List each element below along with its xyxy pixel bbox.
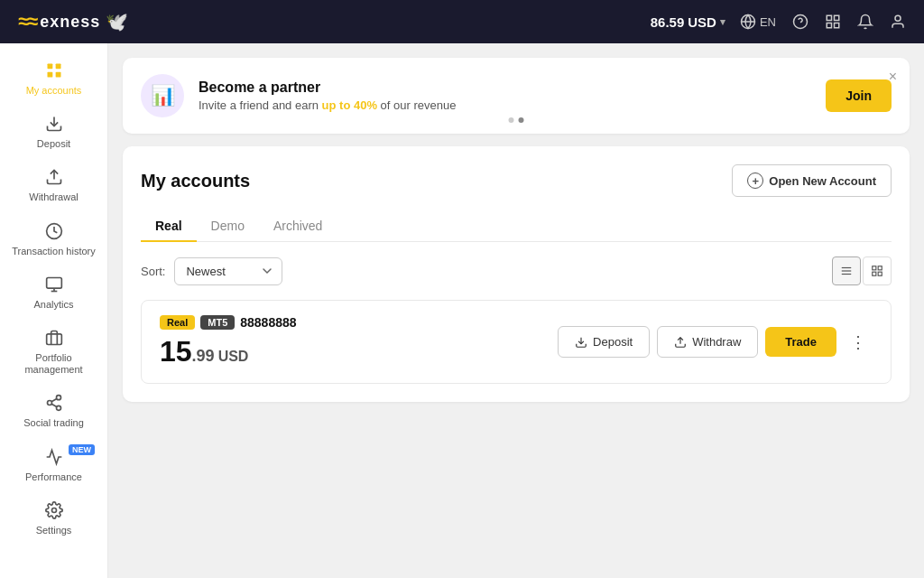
profile-button[interactable] bbox=[890, 14, 906, 30]
account-tags: Real MT5 88888888 bbox=[160, 315, 540, 330]
sidebar-label-analytics: Analytics bbox=[33, 299, 73, 311]
tab-demo[interactable]: Demo bbox=[197, 211, 259, 242]
svg-point-8 bbox=[895, 15, 901, 21]
grid-view-button[interactable] bbox=[863, 256, 892, 285]
svg-rect-19 bbox=[46, 334, 61, 345]
banner-subtitle-suffix: of our revenue bbox=[377, 98, 456, 112]
balance-amount: 86.59 bbox=[651, 14, 685, 30]
sidebar-item-analytics[interactable]: Analytics bbox=[0, 265, 107, 316]
sidebar-item-deposit[interactable]: Deposit bbox=[0, 104, 107, 155]
open-new-account-button[interactable]: + Open New Account bbox=[732, 164, 892, 197]
withdraw-icon bbox=[674, 336, 687, 349]
sidebar-label-transaction-history: Transaction history bbox=[12, 246, 96, 257]
banner-subtitle-prefix: Invite a friend and earn bbox=[199, 98, 322, 112]
svg-rect-6 bbox=[827, 23, 831, 28]
svg-rect-5 bbox=[835, 15, 839, 20]
svg-rect-10 bbox=[55, 64, 60, 70]
help-icon bbox=[792, 14, 808, 30]
logo-text: exness bbox=[40, 13, 100, 32]
sidebar-item-performance[interactable]: NEW Performance bbox=[0, 437, 107, 489]
clock-icon bbox=[43, 220, 65, 242]
sidebar-item-transaction-history[interactable]: Transaction history bbox=[0, 211, 107, 263]
sidebar-label-social-trading: Social trading bbox=[23, 417, 84, 429]
upload-icon bbox=[43, 166, 65, 188]
sidebar-label-my-accounts: My accounts bbox=[26, 85, 82, 97]
sidebar-label-settings: Settings bbox=[36, 525, 72, 536]
svg-rect-4 bbox=[827, 15, 831, 20]
balance-currency: USD bbox=[218, 349, 249, 365]
sidebar-item-my-accounts[interactable]: My accounts bbox=[0, 51, 107, 102]
banner-title: Become a partner bbox=[199, 79, 811, 96]
withdraw-label: Withdraw bbox=[692, 335, 741, 349]
sidebar-item-portfolio-management[interactable]: Portfolio management bbox=[0, 318, 107, 381]
svg-rect-16 bbox=[46, 277, 61, 288]
banner-dot-2[interactable] bbox=[519, 117, 524, 123]
account-number: 88888888 bbox=[240, 315, 296, 330]
download-icon bbox=[43, 113, 65, 135]
sidebar-label-performance: Performance bbox=[25, 471, 82, 483]
more-dots-icon: ⋮ bbox=[850, 332, 866, 352]
globe-icon bbox=[740, 14, 756, 30]
deposit-label: Deposit bbox=[593, 335, 633, 349]
language-selector[interactable]: EN bbox=[740, 14, 776, 30]
sidebar-label-portfolio-management: Portfolio management bbox=[5, 352, 102, 376]
sort-left: Sort: Newest Oldest Balance bbox=[141, 257, 282, 285]
deposit-icon bbox=[575, 336, 587, 349]
apps-grid-icon bbox=[825, 14, 841, 30]
more-options-button[interactable]: ⋮ bbox=[844, 328, 873, 357]
sort-select[interactable]: Newest Oldest Balance bbox=[174, 257, 282, 285]
list-view-icon bbox=[840, 265, 853, 277]
gear-icon bbox=[43, 499, 65, 521]
banner-dots bbox=[509, 117, 524, 123]
tag-mt5: MT5 bbox=[200, 315, 235, 330]
analytics-icon bbox=[43, 274, 65, 295]
sidebar: My accounts Deposit Withdrawal bbox=[0, 43, 108, 578]
svg-rect-11 bbox=[47, 72, 52, 78]
performance-icon bbox=[43, 446, 65, 468]
svg-rect-32 bbox=[878, 272, 882, 275]
grid-view-icon bbox=[871, 265, 883, 277]
account-tabs: Real Demo Archived bbox=[141, 211, 892, 242]
logo-mark: ≈≈ exness bbox=[18, 10, 100, 33]
account-balance: 15.99 USD bbox=[160, 335, 540, 368]
list-view-button[interactable] bbox=[832, 256, 861, 285]
svg-point-22 bbox=[56, 406, 60, 411]
sidebar-label-deposit: Deposit bbox=[37, 138, 70, 150]
account-info: Real MT5 88888888 15.99 USD bbox=[160, 315, 540, 368]
banner-subtitle: Invite a friend and earn up to 40% of ou… bbox=[199, 98, 811, 112]
accounts-card: My accounts + Open New Account Real Demo… bbox=[123, 146, 910, 402]
partner-icon: 📊 bbox=[151, 84, 175, 107]
trade-button[interactable]: Trade bbox=[765, 327, 836, 357]
join-button[interactable]: Join bbox=[826, 79, 892, 112]
user-icon bbox=[890, 14, 906, 30]
balance-display[interactable]: 86.59 USD ▾ bbox=[651, 14, 725, 30]
view-toggle bbox=[832, 256, 892, 285]
banner-close-button[interactable]: × bbox=[889, 69, 897, 85]
sort-label: Sort: bbox=[141, 265, 165, 278]
sidebar-item-social-trading[interactable]: Social trading bbox=[0, 383, 107, 434]
help-button[interactable] bbox=[792, 14, 808, 30]
logo-tilde-icon: ≈≈ bbox=[18, 10, 36, 33]
sidebar-item-settings[interactable]: Settings bbox=[0, 490, 107, 542]
sidebar-item-withdrawal[interactable]: Withdrawal bbox=[0, 157, 107, 209]
svg-rect-9 bbox=[47, 64, 52, 70]
plus-circle-icon: + bbox=[747, 172, 763, 189]
balance-currency: USD bbox=[688, 14, 716, 30]
main-layout: My accounts Deposit Withdrawal bbox=[0, 43, 924, 578]
account-row: Real MT5 88888888 15.99 USD Deposit bbox=[141, 300, 892, 384]
banner-dot-1 bbox=[509, 117, 514, 123]
notifications-button[interactable] bbox=[857, 14, 873, 30]
main-content: 📊 Become a partner Invite a friend and e… bbox=[108, 43, 924, 578]
tab-real[interactable]: Real bbox=[141, 211, 197, 242]
banner-subtitle-highlight: up to 40% bbox=[322, 98, 377, 112]
bell-icon bbox=[857, 14, 873, 30]
partner-banner: 📊 Become a partner Invite a friend and e… bbox=[123, 58, 910, 134]
balance-main: 15 bbox=[160, 335, 192, 368]
deposit-button[interactable]: Deposit bbox=[558, 326, 650, 358]
svg-point-21 bbox=[47, 401, 51, 406]
withdraw-button[interactable]: Withdraw bbox=[657, 326, 758, 358]
apps-button[interactable] bbox=[825, 14, 841, 30]
lang-label: EN bbox=[760, 15, 776, 29]
tab-archived[interactable]: Archived bbox=[259, 211, 337, 242]
sort-row: Sort: Newest Oldest Balance bbox=[141, 256, 892, 285]
